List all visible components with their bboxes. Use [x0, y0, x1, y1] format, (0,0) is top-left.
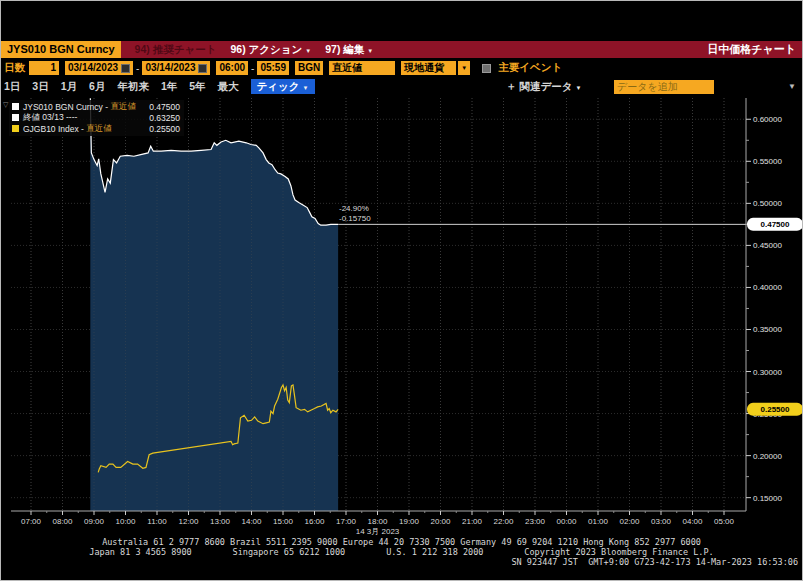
chevron-down-icon: ▼ — [367, 48, 373, 54]
svg-text:23:00: 23:00 — [525, 517, 546, 526]
svg-text:0.15000: 0.15000 — [753, 494, 782, 503]
x-axis-date-label: 14 3月 2023 — [356, 527, 400, 536]
currency-select[interactable]: 現地通貨 — [401, 61, 456, 75]
svg-text:0.25500: 0.25500 — [761, 405, 790, 414]
price-type-input[interactable]: 直近値 — [329, 61, 395, 75]
session-area-fill — [90, 98, 338, 511]
range-tab-1[interactable]: 1日 — [4, 80, 20, 94]
date-to-input[interactable]: 03/14/2023 — [142, 61, 210, 75]
svg-text:0.35000: 0.35000 — [753, 325, 782, 334]
time-from-input[interactable]: 06:00 — [216, 61, 248, 75]
svg-text:0.20000: 0.20000 — [753, 452, 782, 461]
source-input[interactable]: BGN — [295, 61, 323, 75]
svg-text:0.55000: 0.55000 — [753, 157, 782, 166]
svg-text:09:00: 09:00 — [84, 517, 105, 526]
calendar-icon[interactable] — [121, 64, 130, 73]
x-axis-labels: 07:0008:0009:0010:0011:0012:0013:0014:00… — [21, 511, 735, 536]
chevron-down-icon: ▼ — [305, 48, 311, 54]
svg-text:21:00: 21:00 — [462, 517, 483, 526]
legend-swatch-icon — [12, 114, 19, 121]
footer-session-info: SN 923447 JST GMT+9:00 G723-42-173 14-Ma… — [1, 557, 802, 567]
range-tab-7[interactable]: 5年 — [189, 80, 205, 94]
settings-toolbar: 日数 1 03/14/2023 - 03/14/2023 06:00 - 05:… — [1, 59, 802, 77]
svg-text:11:00: 11:00 — [147, 517, 167, 526]
svg-text:19:00: 19:00 — [399, 517, 420, 526]
add-data-input[interactable]: データを追加 — [614, 80, 714, 94]
svg-text:01:00: 01:00 — [588, 517, 609, 526]
price-change-annotation: -24.90% -0.15750 — [339, 204, 371, 223]
svg-text:13:00: 13:00 — [210, 517, 231, 526]
chevron-down-icon: ▼ — [303, 85, 309, 91]
chart-legend: JYS010 BGN Curncy - 直近値0.47500終値 03/13 -… — [9, 100, 184, 136]
y-axis-labels: 0.150000.200000.250000.300000.350000.400… — [746, 115, 782, 502]
intraday-price-chart[interactable]: 0.150000.200000.250000.300000.350000.400… — [1, 96, 803, 537]
days-input[interactable]: 1 — [29, 61, 59, 75]
currency-dropdown-icon[interactable]: ▼ — [458, 61, 470, 75]
svg-text:0.60000: 0.60000 — [753, 115, 782, 124]
footer: Australia 61 2 9777 8600 Brazil 5511 239… — [1, 537, 802, 567]
menu-edit[interactable]: 97) 編集▼ — [325, 43, 373, 57]
legend-tree-toggle[interactable]: ▽ — [3, 101, 8, 109]
major-events-checkbox[interactable] — [482, 64, 491, 73]
range-tabs: 1日3日1月6月年初来1年5年最大 — [1, 80, 239, 94]
range-tab-8[interactable]: 最大 — [218, 80, 239, 94]
panel-collapse-icon[interactable]: ▼ — [788, 82, 796, 91]
days-label: 日数 — [4, 61, 25, 75]
legend-item[interactable]: JYS010 BGN Curncy - 直近値0.47500 — [12, 101, 180, 112]
menu-actions[interactable]: 96) アクション▼ — [230, 43, 311, 57]
svg-text:03:00: 03:00 — [651, 517, 672, 526]
svg-text:12:00: 12:00 — [178, 517, 199, 526]
menu-bar: JYS010 BGN Curncy 94) 推奨チャート 96) アクション▼ … — [1, 41, 802, 58]
date-from-input[interactable]: 03/14/2023 — [65, 61, 133, 75]
screen-title: 日中価格チャート — [707, 41, 796, 58]
svg-text:0.47500: 0.47500 — [761, 220, 790, 229]
range-tab-6[interactable]: 1年 — [161, 80, 177, 94]
svg-text:18:00: 18:00 — [367, 517, 388, 526]
chevron-down-icon: ▼ — [575, 85, 581, 91]
calendar-icon[interactable] — [198, 64, 207, 73]
svg-text:17:00: 17:00 — [336, 517, 357, 526]
svg-text:0.40000: 0.40000 — [753, 283, 782, 292]
range-tab-5[interactable]: 年初来 — [117, 80, 149, 94]
svg-text:04:00: 04:00 — [682, 517, 703, 526]
svg-text:10:00: 10:00 — [115, 517, 136, 526]
range-tab-3[interactable]: 1月 — [61, 80, 77, 94]
svg-text:07:00: 07:00 — [21, 517, 42, 526]
svg-text:02:00: 02:00 — [619, 517, 640, 526]
range-tab-2[interactable]: 3日 — [32, 80, 48, 94]
svg-text:0.45000: 0.45000 — [753, 241, 782, 250]
svg-text:16:00: 16:00 — [304, 517, 325, 526]
legend-item[interactable]: 終値 03/13 ----0.63250 — [12, 112, 180, 123]
ticker-field[interactable]: JYS010 BGN Curncy — [1, 41, 121, 58]
tick-chart-button[interactable]: ティック▼ — [251, 79, 315, 94]
svg-text:22:00: 22:00 — [493, 517, 514, 526]
legend-swatch-icon — [12, 103, 19, 110]
svg-text:0.50000: 0.50000 — [753, 199, 782, 208]
svg-text:0.30000: 0.30000 — [753, 368, 782, 377]
svg-text:20:00: 20:00 — [430, 517, 451, 526]
range-tab-4[interactable]: 6月 — [89, 80, 105, 94]
major-events-label: 主要イベント — [498, 61, 562, 75]
footer-phones-line2: Japan 81 3 4565 8900 Singapore 65 6212 1… — [1, 547, 802, 557]
svg-text:14:00: 14:00 — [241, 517, 262, 526]
footer-phones-line1: Australia 61 2 9777 8600 Brazil 5511 239… — [1, 537, 802, 547]
svg-text:05:00: 05:00 — [714, 517, 735, 526]
svg-text:15:00: 15:00 — [273, 517, 294, 526]
menu-recommended-chart[interactable]: 94) 推奨チャート — [135, 43, 217, 57]
svg-text:00:00: 00:00 — [556, 517, 577, 526]
range-toolbar: 1日3日1月6月年初来1年5年最大 ティック▼ ＋ 関連データ▼ データを追加 … — [1, 77, 802, 96]
svg-text:08:00: 08:00 — [52, 517, 73, 526]
legend-item[interactable]: GJGB10 Index - 直近値0.25500 — [12, 123, 180, 134]
related-data-button[interactable]: ＋ 関連データ▼ — [506, 80, 581, 94]
legend-swatch-icon — [12, 125, 19, 132]
bloomberg-terminal-window: { "menubar": { "ticker": "JYS010 BGN Cur… — [0, 0, 803, 581]
time-to-input[interactable]: 05:59 — [257, 61, 289, 75]
